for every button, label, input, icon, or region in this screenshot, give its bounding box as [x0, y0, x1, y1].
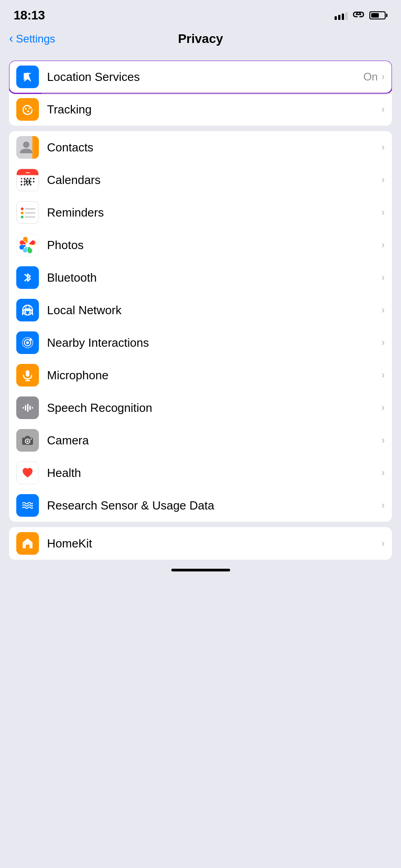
svg-point-29: [21, 216, 24, 218]
svg-rect-49: [32, 407, 33, 409]
signal-icon: [335, 11, 348, 20]
photos-label: Photos: [47, 238, 382, 252]
svg-point-38: [26, 341, 29, 344]
speech-recognition-label: Speech Recognition: [47, 401, 382, 415]
svg-point-25: [27, 184, 28, 186]
battery-icon: [369, 11, 387, 19]
svg-rect-45: [23, 407, 24, 409]
health-label: Health: [47, 466, 382, 480]
speech-recognition-icon: [16, 396, 39, 419]
tracking-icon: [16, 98, 39, 121]
svg-rect-42: [26, 370, 29, 377]
research-sensor-item[interactable]: Research Sensor & Usage Data ›: [9, 489, 392, 522]
svg-point-1: [25, 108, 27, 110]
research-sensor-icon: [16, 494, 39, 517]
svg-rect-46: [25, 405, 26, 410]
bluetooth-label: Bluetooth: [47, 271, 382, 285]
tracking-chevron: ›: [382, 104, 385, 115]
speech-recognition-item[interactable]: Speech Recognition ›: [9, 392, 392, 424]
homekit-chevron: ›: [382, 538, 385, 549]
svg-point-3: [29, 108, 30, 109]
section-homekit: HomeKit ›: [9, 527, 392, 560]
reminders-label: Reminders: [47, 206, 382, 220]
calendars-chevron: ›: [382, 174, 385, 186]
calendars-item[interactable]: ▪▪▪ 31 Calendars ›: [9, 164, 392, 196]
svg-point-17: [33, 178, 35, 179]
contacts-label: Contacts: [47, 141, 382, 155]
photos-chevron: ›: [382, 239, 385, 251]
link-icon: [352, 10, 365, 20]
page-title: Privacy: [178, 32, 223, 46]
microphone-label: Microphone: [47, 368, 382, 382]
location-services-chevron: ›: [382, 71, 385, 83]
home-indicator[interactable]: [171, 569, 230, 571]
back-button[interactable]: ‹ Settings: [9, 32, 55, 46]
local-network-chevron: ›: [382, 304, 385, 316]
svg-point-26: [30, 184, 32, 186]
photos-item[interactable]: Photos ›: [9, 229, 392, 261]
research-sensor-chevron: ›: [382, 500, 385, 511]
svg-point-20: [27, 181, 28, 183]
nav-header: ‹ Settings Privacy: [0, 27, 401, 55]
svg-point-14: [24, 178, 25, 179]
svg-text:▪▪▪: ▪▪▪: [25, 170, 29, 175]
camera-chevron: ›: [382, 434, 385, 446]
back-chevron-icon: ‹: [9, 31, 13, 46]
health-item[interactable]: Health ›: [9, 457, 392, 489]
section-privacy: Contacts › ▪▪▪ 31: [9, 131, 392, 522]
svg-point-21: [30, 181, 32, 183]
contacts-chevron: ›: [382, 142, 385, 153]
svg-point-19: [24, 181, 25, 183]
svg-point-15: [27, 178, 28, 179]
local-network-icon: [16, 299, 39, 321]
status-bar: 18:13: [0, 0, 401, 27]
homekit-item[interactable]: HomeKit ›: [9, 527, 392, 560]
nearby-interactions-label: Nearby Interactions: [47, 336, 382, 350]
camera-label: Camera: [47, 434, 382, 448]
bluetooth-icon: [16, 266, 39, 289]
microphone-item[interactable]: Microphone ›: [9, 359, 392, 392]
svg-point-27: [21, 208, 24, 210]
bluetooth-chevron: ›: [382, 272, 385, 283]
nearby-interactions-icon: [16, 331, 39, 354]
tracking-item[interactable]: Tracking ›: [9, 93, 392, 126]
svg-point-28: [21, 212, 24, 214]
microphone-icon: [16, 364, 39, 387]
camera-item[interactable]: Camera ›: [9, 424, 392, 457]
bluetooth-item[interactable]: Bluetooth ›: [9, 261, 392, 294]
health-icon: [16, 462, 39, 484]
photos-icon: [16, 234, 39, 256]
svg-rect-48: [29, 406, 31, 410]
location-services-icon: [16, 66, 39, 88]
microphone-chevron: ›: [382, 369, 385, 381]
svg-point-23: [21, 184, 23, 186]
svg-point-16: [30, 178, 32, 179]
svg-rect-54: [26, 545, 29, 548]
location-services-item[interactable]: Location Services On ›: [9, 61, 392, 93]
homekit-icon: [16, 532, 39, 555]
svg-point-13: [21, 178, 23, 179]
camera-icon: [16, 429, 39, 452]
tracking-label: Tracking: [47, 103, 382, 117]
svg-point-7: [23, 142, 29, 148]
health-chevron: ›: [382, 467, 385, 479]
reminders-item[interactable]: Reminders ›: [9, 196, 392, 229]
svg-point-53: [31, 439, 32, 440]
svg-point-52: [27, 440, 28, 442]
contacts-item[interactable]: Contacts ›: [9, 131, 392, 164]
homekit-label: HomeKit: [47, 537, 382, 551]
reminders-chevron: ›: [382, 207, 385, 218]
status-time: 18:13: [14, 8, 45, 23]
svg-rect-6: [33, 136, 39, 159]
speech-recognition-chevron: ›: [382, 402, 385, 414]
nearby-interactions-item[interactable]: Nearby Interactions ›: [9, 326, 392, 359]
location-services-label: Location Services: [47, 70, 363, 84]
location-services-value: On: [363, 71, 378, 83]
research-sensor-label: Research Sensor & Usage Data: [47, 499, 382, 513]
svg-point-2: [27, 110, 29, 112]
contacts-icon: [16, 136, 39, 159]
local-network-item[interactable]: Local Network ›: [9, 294, 392, 326]
svg-point-24: [24, 184, 25, 186]
status-icons: [335, 10, 387, 20]
nearby-interactions-chevron: ›: [382, 337, 385, 349]
